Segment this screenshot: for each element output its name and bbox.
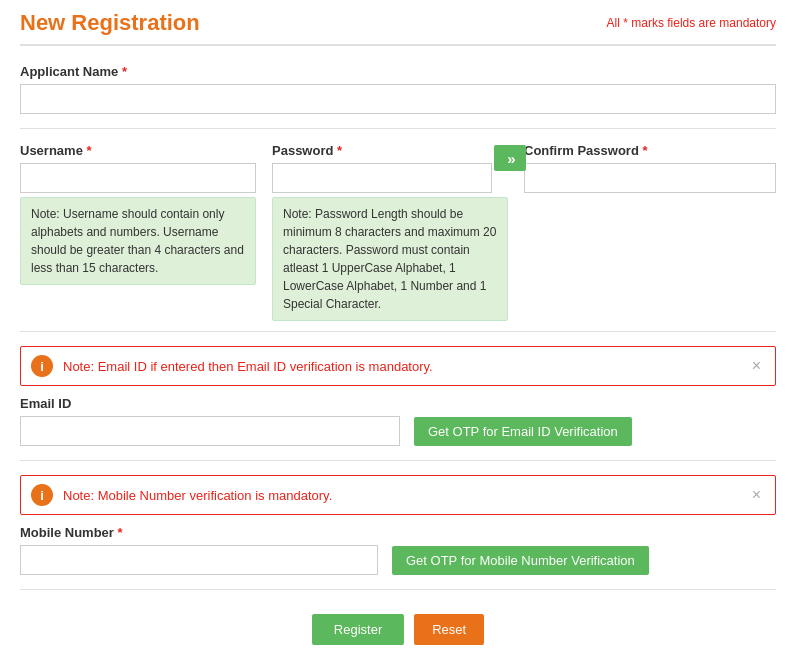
confirm-password-required: * <box>642 143 647 158</box>
divider-4 <box>20 589 776 590</box>
divider-2 <box>20 331 776 332</box>
applicant-name-input[interactable] <box>20 84 776 114</box>
mobile-alert-text: Note: Mobile Number verification is mand… <box>63 488 748 503</box>
email-alert-text: Note: Email ID if entered then Email ID … <box>63 359 748 374</box>
reset-button[interactable]: Reset <box>414 614 484 645</box>
password-label: Password * <box>272 143 508 158</box>
credentials-row: Username * Note: Username should contain… <box>20 143 776 321</box>
password-col: Password * » Note: Password Length shoul… <box>272 143 508 321</box>
username-label: Username * <box>20 143 256 158</box>
show-password-button[interactable]: » <box>494 145 526 171</box>
email-label: Email ID <box>20 396 776 411</box>
footer-buttons: Register Reset <box>20 614 776 645</box>
confirm-password-col: Confirm Password * <box>524 143 776 193</box>
username-input[interactable] <box>20 163 256 193</box>
mobile-section: Mobile Number * Get OTP for Mobile Numbe… <box>20 525 776 575</box>
email-row: Get OTP for Email ID Verification <box>20 416 776 446</box>
page-container: New Registration All * marks fields are … <box>0 0 796 657</box>
close-icon: × <box>752 357 761 374</box>
confirm-password-input[interactable] <box>524 163 776 193</box>
password-note: Note: Password Length should be minimum … <box>272 197 508 321</box>
applicant-name-label: Applicant Name * <box>20 64 776 79</box>
mobile-alert-icon: i <box>31 484 53 506</box>
mobile-alert-close-button[interactable]: × <box>748 487 765 503</box>
username-col: Username * Note: Username should contain… <box>20 143 256 285</box>
chevron-right-icon: » <box>507 150 512 167</box>
mobile-required: * <box>118 525 123 540</box>
password-input[interactable] <box>272 163 492 193</box>
email-alert-icon: i <box>31 355 53 377</box>
page-title: New Registration <box>20 10 200 36</box>
mobile-row: Get OTP for Mobile Number Verification <box>20 545 776 575</box>
mandatory-note: All * marks fields are mandatory <box>607 16 776 30</box>
email-otp-button[interactable]: Get OTP for Email ID Verification <box>414 417 632 446</box>
username-required: * <box>87 143 92 158</box>
divider-3 <box>20 460 776 461</box>
mobile-alert-box: i Note: Mobile Number verification is ma… <box>20 475 776 515</box>
confirm-password-label: Confirm Password * <box>524 143 776 158</box>
mobile-label: Mobile Number * <box>20 525 776 540</box>
mobile-otp-button[interactable]: Get OTP for Mobile Number Verification <box>392 546 649 575</box>
password-input-wrapper: » <box>272 163 508 193</box>
username-note: Note: Username should contain only alpha… <box>20 197 256 285</box>
divider-1 <box>20 128 776 129</box>
applicant-name-section: Applicant Name * <box>20 64 776 114</box>
email-alert-close-button[interactable]: × <box>748 358 765 374</box>
email-alert-box: i Note: Email ID if entered then Email I… <box>20 346 776 386</box>
applicant-name-required: * <box>122 64 127 79</box>
mobile-input[interactable] <box>20 545 378 575</box>
password-required: * <box>337 143 342 158</box>
close-icon: × <box>752 486 761 503</box>
page-header: New Registration All * marks fields are … <box>20 0 776 46</box>
email-section: Email ID Get OTP for Email ID Verificati… <box>20 396 776 446</box>
email-input[interactable] <box>20 416 400 446</box>
email-input-wrap <box>20 416 400 446</box>
register-button[interactable]: Register <box>312 614 404 645</box>
mobile-input-wrap <box>20 545 378 575</box>
